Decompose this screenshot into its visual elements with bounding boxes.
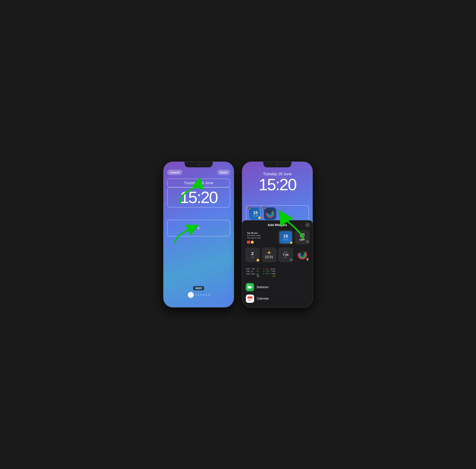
cup-analog-mini xyxy=(290,258,292,262)
clock-mini-sub: 10 16 xyxy=(283,239,288,241)
time2-content: 22:01 xyxy=(265,249,273,261)
weather-mini-icon xyxy=(258,217,261,219)
cup-period: am xyxy=(285,256,287,258)
cup-label: CUP xyxy=(284,251,287,253)
svg-rect-40 xyxy=(252,287,252,288)
time2-widget-cell[interactable]: 22:01 xyxy=(262,248,277,262)
batteries-app-name: Batteries xyxy=(257,285,269,289)
cup-widget-cell[interactable]: CUP 7:20 am xyxy=(278,248,293,262)
calendar-mini-icons xyxy=(247,241,254,244)
calendar-clear: Your day is clear xyxy=(247,237,261,239)
batteries-row[interactable]: Batteries xyxy=(245,281,310,293)
svg-point-49 xyxy=(251,299,252,300)
widget-grid: Tue 28 Jun No events today Your day is c… xyxy=(245,230,310,279)
alarm-icon xyxy=(297,232,307,238)
svg-rect-35 xyxy=(307,260,308,261)
done-button[interactable]: Done xyxy=(217,169,230,175)
clock-mini-num: 15 xyxy=(283,234,288,239)
activity-rings-icon xyxy=(265,209,275,218)
power-button-2[interactable] xyxy=(313,197,313,212)
svg-point-17 xyxy=(268,252,270,254)
svg-point-47 xyxy=(248,299,249,300)
panel-close-button[interactable] xyxy=(305,222,310,227)
batteries-icon xyxy=(246,283,254,291)
dot xyxy=(201,294,202,296)
svg-line-12 xyxy=(300,233,301,234)
widget-panel: Add Widgets Tue 28 Jun No events today Y… xyxy=(242,220,313,307)
svg-line-38 xyxy=(258,276,258,276)
cup-time: 7:20 xyxy=(283,253,288,256)
aqi-content: 2 AQI xyxy=(251,251,254,258)
calendar-icon xyxy=(246,295,254,303)
svg-rect-46 xyxy=(251,296,251,297)
add-widget-area[interactable]: + xyxy=(167,220,230,236)
rings-widget-cell[interactable] xyxy=(295,248,310,262)
battery-icon xyxy=(248,286,253,289)
calendar-widget-cell[interactable]: Tue 28 Jun No events today Your day is c… xyxy=(245,230,276,246)
cup-content: CUP 7:20 am xyxy=(283,249,288,261)
calendar-row[interactable]: Calendar xyxy=(245,293,310,304)
cancel-button[interactable]: Cancel xyxy=(167,169,182,175)
weather-mini-widget-icon xyxy=(251,241,254,244)
date-widget[interactable]: Tuesday 28 June xyxy=(167,179,230,187)
worldclock-widget-cell[interactable]: CUP 7:20 -8h TOK 11:... +8h SYD 12:20 xyxy=(245,264,260,279)
aqi-widget-cell[interactable]: 2 AQI xyxy=(245,248,260,262)
time-text: 15:20 xyxy=(180,188,217,207)
calendar-mini-icon xyxy=(247,241,250,244)
panel-title: Add Widgets xyxy=(245,223,310,227)
phone1: Cancel Done Tuesday 28 June 15:20 + xyxy=(163,161,234,308)
worldclock-row-tok: TOK 11:... +8h xyxy=(246,270,259,273)
calendar-no-events: No events today xyxy=(247,234,260,237)
remove-activity-button[interactable] xyxy=(263,206,266,210)
worldclock-row-cup: CUP 7:20 -8h xyxy=(246,268,259,270)
stocks-chart-icon xyxy=(272,275,276,278)
svg-rect-45 xyxy=(249,296,249,297)
phone2: Tuesday 28 June 15:20 15 10 16 xyxy=(242,161,313,308)
clock-mini-cell[interactable]: 15 10 16 xyxy=(278,230,293,245)
aqi-label: AQI xyxy=(251,256,254,258)
aqi-num: 2 xyxy=(251,251,254,256)
svg-rect-33 xyxy=(307,260,308,260)
dot xyxy=(208,294,209,296)
apple-activity-icon xyxy=(306,258,309,262)
svg-rect-32 xyxy=(307,259,308,260)
stock-ftse: ▲ ^FTSE 7,351 xyxy=(263,270,275,273)
time-widget[interactable]: 15:20 xyxy=(167,187,230,207)
scene: Cancel Done Tuesday 28 June 15:20 + xyxy=(163,161,313,308)
sun-icon xyxy=(267,251,271,255)
off-label: OFF xyxy=(300,238,305,241)
alarm-clock-icon xyxy=(300,233,305,238)
worldclock-analog xyxy=(256,275,259,278)
stock-aapl: ▼ AAPL 141.42 xyxy=(263,268,275,270)
clock-widget[interactable]: 15 10 16 xyxy=(249,207,262,220)
dot xyxy=(203,294,204,296)
activity-widget[interactable] xyxy=(264,207,276,220)
off-widget-cell[interactable]: OFF xyxy=(295,230,310,245)
svg-point-48 xyxy=(250,299,250,300)
off-inner: OFF xyxy=(296,231,309,244)
editor-topbar: Cancel Done xyxy=(163,169,234,175)
phone2-time: 15:20 xyxy=(242,176,313,193)
svg-point-50 xyxy=(248,300,249,301)
svg-rect-44 xyxy=(247,297,253,298)
svg-line-16 xyxy=(307,242,308,242)
worldclock-content: CUP 7:20 -8h TOK 11:... +8h SYD 12:20 xyxy=(246,268,259,275)
plus-icon: + xyxy=(197,224,201,232)
page-dots xyxy=(163,292,234,298)
clock-widget-container: 15 10 16 xyxy=(249,207,262,220)
power-button[interactable] xyxy=(234,197,234,212)
svg-point-51 xyxy=(250,300,250,301)
clock-mini-inner: 15 10 16 xyxy=(279,231,292,244)
stocks-widget-cell[interactable]: ▼ AAPL 141.42 ▲ ^FTSE 7,351 ▲ ^FTAS 4,05… xyxy=(262,264,277,279)
widget-bar[interactable]: 15 10 16 xyxy=(246,205,309,222)
active-dot xyxy=(188,292,194,298)
activity-widget-container xyxy=(264,207,276,220)
calendar-date: Tue 28 Jun xyxy=(247,232,258,234)
svg-rect-34 xyxy=(307,260,308,260)
analog-clock-mini xyxy=(306,240,309,244)
date-text: Tuesday 28 June xyxy=(184,181,213,185)
remove-clock-button[interactable] xyxy=(248,206,252,210)
calendar-app-name: Calendar xyxy=(257,297,269,300)
dot xyxy=(206,294,207,296)
svg-rect-41 xyxy=(248,286,251,288)
